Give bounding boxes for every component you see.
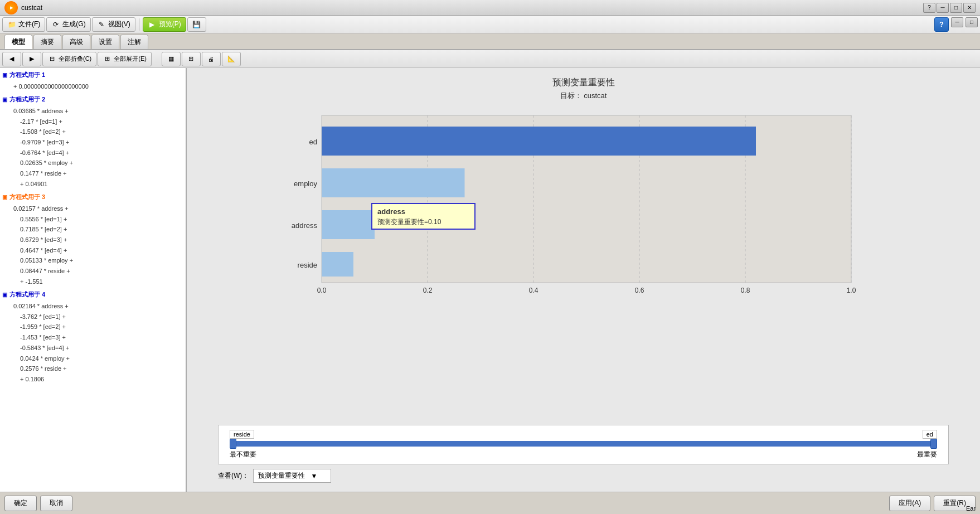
help-question-button[interactable]: ? xyxy=(934,17,949,32)
eq2-c4: -0.6764 * [ed=4] + xyxy=(13,148,183,158)
back-toolbar-button[interactable]: ◀ xyxy=(2,52,21,66)
eq2-c0: 0.03685 * address + xyxy=(13,106,183,117)
cancel-button[interactable]: 取消 xyxy=(40,496,72,511)
apply-button[interactable]: 应用(A) xyxy=(889,496,930,511)
equation-2-header[interactable]: ▣ 方程式用于 2 xyxy=(2,95,183,105)
expand-all-label: 全部展开(E) xyxy=(114,55,147,63)
chart-subtitle-label: 目标： xyxy=(560,91,582,100)
collapse-icon: ⊟ xyxy=(47,55,56,64)
generate-menu-label: 生成(G) xyxy=(62,20,85,29)
chart-subtitle-value: custcat xyxy=(584,91,607,100)
eq4-c0: 0.02184 * address + xyxy=(13,301,183,312)
equation-tree[interactable]: ▣ 方程式用于 1 + 0.0000000000000000000 ▣ 方程式用… xyxy=(0,68,186,492)
view-menu-button[interactable]: ✎ 视图(V) xyxy=(92,17,135,32)
equation-2-label: 方程式用于 2 xyxy=(9,95,45,105)
eq2-expand-icon: ▣ xyxy=(2,95,7,104)
view-selector-row: 查看(W)： 预测变量重要性 ▼ xyxy=(218,469,971,483)
tab-bar: 模型 摘要 高级 设置 注解 xyxy=(0,33,980,50)
generate-icon: ⟳ xyxy=(51,20,60,29)
tab-settings[interactable]: 设置 xyxy=(91,35,119,49)
chart-title: 预测变量重要性 xyxy=(196,77,971,89)
eq4-c4: -0.5843 * [ed=4] + xyxy=(13,343,183,353)
save-icon: 💾 xyxy=(192,20,201,29)
window-title: custcat xyxy=(21,4,42,12)
menu-minimize-button[interactable]: ─ xyxy=(951,17,963,27)
eq3-c4: 0.4647 * [ed=4] + xyxy=(13,245,183,256)
file-menu-label: 文件(F) xyxy=(18,20,40,29)
range-left-label: reside xyxy=(230,430,254,439)
svg-text:1.0: 1.0 xyxy=(846,287,856,294)
range-thumb-right[interactable] xyxy=(930,439,937,449)
title-bar: ▸ custcat ? ─ □ ✕ xyxy=(0,0,980,16)
eq4-c2: -1.959 * [ed=2] + xyxy=(13,322,183,332)
range-right-label: ed xyxy=(923,430,937,439)
eq2-c2: -1.508 * [ed=2] + xyxy=(13,127,183,137)
measure-icon: 📐 xyxy=(227,55,236,64)
measure-button[interactable]: 📐 xyxy=(222,52,241,66)
menu-maximize-button[interactable]: □ xyxy=(966,17,978,27)
range-thumb-left[interactable] xyxy=(230,439,236,449)
maximize-button[interactable]: □ xyxy=(950,3,962,13)
view-selector-label: 查看(W)： xyxy=(218,471,249,481)
view-menu-label: 视图(V) xyxy=(108,20,130,29)
print-icon: 🖨 xyxy=(207,55,216,64)
svg-text:预测变量重要性=0.10: 预测变量重要性=0.10 xyxy=(377,218,442,226)
tab-model[interactable]: 模型 xyxy=(4,35,32,49)
eq4-c7: + 0.1806 xyxy=(13,374,183,385)
bottom-left-buttons: 确定 取消 xyxy=(4,496,72,511)
range-labels: 最不重要 最重要 xyxy=(230,450,937,459)
left-panel: ▣ 方程式用于 1 + 0.0000000000000000000 ▣ 方程式用… xyxy=(0,68,187,492)
svg-text:0.2: 0.2 xyxy=(423,287,432,294)
svg-text:0.6: 0.6 xyxy=(634,287,644,294)
svg-rect-8 xyxy=(322,210,375,239)
confirm-button[interactable]: 确定 xyxy=(4,496,37,511)
chart-grid-icon: ⊞ xyxy=(187,55,196,64)
menu-separator-1 xyxy=(139,18,139,31)
back-icon: ◀ xyxy=(7,55,16,64)
equation-4-header[interactable]: ▣ 方程式用于 4 xyxy=(2,290,183,300)
minimize-button[interactable]: ─ xyxy=(937,3,949,13)
chart-type-2-button[interactable]: ⊞ xyxy=(182,52,201,66)
save-button[interactable]: 💾 xyxy=(187,17,206,32)
eq2-c5: 0.02635 * employ + xyxy=(13,158,183,168)
preview-button[interactable]: ▶ 预览(P) xyxy=(143,17,186,32)
preview-icon: ▶ xyxy=(148,20,157,29)
file-menu-button[interactable]: 📁 文件(F) xyxy=(2,17,45,32)
eq1-expand-icon: ▣ xyxy=(2,71,7,80)
equation-1-label: 方程式用于 1 xyxy=(9,70,45,80)
bottom-right-buttons: 应用(A) 重置(R) Ear xyxy=(889,496,976,511)
svg-text:0.8: 0.8 xyxy=(740,287,750,294)
bottom-bar: 确定 取消 应用(A) 重置(R) Ear xyxy=(0,492,980,514)
chart-bar-icon: ▦ xyxy=(167,55,176,64)
range-track[interactable] xyxy=(230,441,937,447)
eq4-c5: 0.0424 * employ + xyxy=(13,353,183,364)
forward-toolbar-button[interactable]: ▶ xyxy=(22,52,41,66)
equation-1-child-0: + 0.0000000000000000000 xyxy=(2,81,183,92)
view-dropdown-value: 预测变量重要性 xyxy=(258,471,305,481)
generate-menu-button[interactable]: ⟳ 生成(G) xyxy=(46,17,90,32)
tab-summary[interactable]: 摘要 xyxy=(33,35,61,49)
eq4-expand-icon: ▣ xyxy=(2,290,7,299)
svg-text:address: address xyxy=(377,207,405,216)
svg-rect-6 xyxy=(322,127,756,156)
help-button[interactable]: ? xyxy=(923,3,935,13)
equation-3-header[interactable]: ▣ 方程式用于 3 xyxy=(2,192,183,202)
bar-chart-svg: ed employ address reside 0.0 0.2 0.4 0.6… xyxy=(277,110,890,299)
tab-advanced[interactable]: 高级 xyxy=(62,35,90,49)
eq3-children: 0.02157 * address + 0.5556 * [ed=1] + 0.… xyxy=(2,203,183,287)
equation-1-header[interactable]: ▣ 方程式用于 1 xyxy=(2,70,183,80)
print-button[interactable]: 🖨 xyxy=(202,52,221,66)
close-button[interactable]: ✕ xyxy=(963,3,976,13)
eq3-c6: 0.08447 * reside + xyxy=(13,266,183,277)
view-dropdown[interactable]: 预测变量重要性 ▼ xyxy=(253,469,331,483)
tab-notes[interactable]: 注解 xyxy=(120,35,148,49)
toolbar-right-group: ▦ ⊞ 🖨 📐 xyxy=(162,52,241,66)
eq4-children: 0.02184 * address + -3.762 * [ed=1] + -1… xyxy=(2,301,183,385)
collapse-all-button[interactable]: ⊟ 全部折叠(C) xyxy=(42,52,96,66)
toolbar: ◀ ▶ ⊟ 全部折叠(C) ⊞ 全部展开(E) ▦ ⊞ 🖨 📐 xyxy=(0,50,980,68)
expand-all-button[interactable]: ⊞ 全部展开(E) xyxy=(98,52,152,66)
chart-type-1-button[interactable]: ▦ xyxy=(162,52,181,66)
eq3-c1: 0.5556 * [ed=1] + xyxy=(13,214,183,225)
eq3-c3: 0.6729 * [ed=3] + xyxy=(13,235,183,245)
range-min-label: 最不重要 xyxy=(230,450,256,459)
